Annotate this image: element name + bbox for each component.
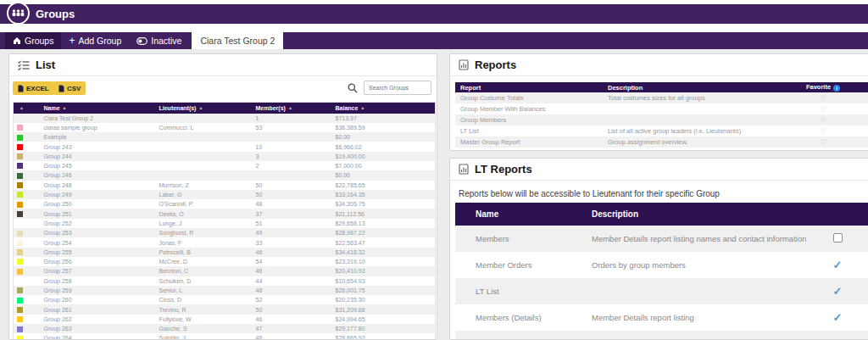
- group-name-cell: Group 253: [41, 228, 156, 237]
- favorite-heart-icon[interactable]: ♡: [820, 94, 826, 103]
- report-row[interactable]: Group Costume TotalsTotal costumes sizes…: [455, 92, 868, 103]
- column-header-balance[interactable]: Balance▲: [332, 103, 436, 114]
- group-row[interactable]: Group 257Bennion, C46$20,410.93: [14, 266, 436, 276]
- group-row[interactable]: Group 250O'Scannill, P48$34,305.75: [14, 199, 436, 209]
- group-name-cell: Group 250: [41, 199, 156, 209]
- group-row[interactable]: Group 262Fullylove, W46$24,994.65: [14, 315, 436, 324]
- group-name-cell: Group 261: [41, 304, 156, 314]
- group-row[interactable]: Group 252Lunge, J51$29,658.13: [14, 219, 436, 228]
- toolbar-inactive-toggle[interactable]: Inactive: [129, 32, 189, 49]
- group-color-cell: [14, 333, 41, 340]
- column-header-member-s[interactable]: Member(s)▲: [253, 103, 332, 114]
- report-description-cell: [603, 103, 798, 114]
- report-row[interactable]: Group Members♡: [455, 114, 868, 125]
- toggle-icon: [136, 37, 147, 45]
- group-members-cell: 54: [253, 257, 332, 266]
- report-description-cell: Group assignment overview.: [603, 137, 798, 148]
- column-header-name[interactable]: Name: [455, 203, 581, 226]
- lt-report-row[interactable]: Members (Details)Member Details report l…: [455, 304, 868, 331]
- group-lieutenant-cell: Bennion, C: [156, 266, 253, 276]
- group-members-cell: [253, 132, 332, 142]
- group-color-cell: [14, 315, 41, 324]
- toolbar-groups-label: Groups: [25, 36, 53, 46]
- lt-report-row[interactable]: LT List✓: [455, 278, 868, 304]
- report-row[interactable]: Master Group ReportGroup assignment over…: [455, 137, 868, 148]
- reports-panel: Reports ReportDescriptionFavoritei Group…: [449, 53, 868, 151]
- lt-reports-table-header-row: NameDescription: [455, 203, 868, 226]
- lt-report-row[interactable]: MembersMember Details report listing nam…: [455, 226, 868, 252]
- filler-cell: [849, 103, 868, 114]
- column-header-favorite[interactable]: Favoritei: [798, 82, 849, 92]
- group-balance-cell: $28,665.92: [332, 333, 436, 340]
- group-row[interactable]: Example$0.00: [14, 132, 436, 142]
- color-swatch-icon: [17, 163, 23, 169]
- group-row[interactable]: Group 258Schulken, D44$10,654.93: [14, 276, 436, 286]
- tab-ciara-test-group-2[interactable]: Ciara Test Group 2: [192, 32, 283, 49]
- toolbar-add-group-button[interactable]: + Add Group: [61, 32, 129, 49]
- group-row[interactable]: Group 253Songhurst, R49$28,987.22: [14, 228, 436, 237]
- group-row[interactable]: Group 256McCree, D54$23,319.10: [14, 257, 436, 266]
- color-swatch-icon: [17, 153, 23, 159]
- column-header-description[interactable]: Description: [581, 203, 806, 226]
- report-description-cell: [603, 114, 798, 125]
- group-row[interactable]: Ciara Test Group 21$713.97: [14, 114, 436, 123]
- favorite-heart-icon[interactable]: ♡: [820, 105, 826, 114]
- group-row[interactable]: Group 2452$7,000.00: [14, 161, 436, 170]
- info-icon[interactable]: i: [833, 85, 840, 92]
- column-header-label: Description: [592, 209, 638, 219]
- group-balance-cell: $22,785.65: [332, 181, 436, 190]
- column-header-color[interactable]: ▲: [14, 103, 41, 114]
- favorite-heart-icon[interactable]: ♡: [820, 127, 826, 136]
- column-header-name[interactable]: Name▲: [41, 103, 156, 114]
- group-row[interactable]: Group 24310$6,966.02: [14, 142, 436, 151]
- group-name-cell: Group 262: [41, 315, 156, 324]
- group-color-cell: [14, 286, 41, 295]
- group-name-cell: Group 243: [41, 142, 156, 151]
- color-swatch-icon: [17, 211, 23, 217]
- group-row[interactable]: Group 261Trevino, R50$31,209.88: [14, 304, 436, 314]
- lt-report-description-cell: [581, 278, 806, 304]
- search-icon[interactable]: [348, 83, 358, 93]
- favorite-heart-icon[interactable]: ♡: [820, 116, 826, 125]
- favorite-heart-icon[interactable]: ♡: [820, 138, 826, 147]
- group-lieutenant-cell: Sutphin, J: [156, 333, 253, 340]
- group-row[interactable]: Group 264Sutphin, J48$28,665.92: [14, 333, 436, 340]
- group-row[interactable]: Group 251Deeks, O37$21,112.56: [14, 209, 436, 218]
- csv-export-button[interactable]: CSV: [53, 81, 86, 95]
- group-color-cell: [14, 114, 41, 123]
- group-row[interactable]: Group 248Murrison, Z50$22,785.65: [14, 181, 436, 190]
- group-members-cell: 51: [253, 219, 332, 228]
- column-header-lieutenant-s[interactable]: Lieutenant(s)▲: [156, 103, 253, 114]
- group-row[interactable]: ciaras sample groupCommucci, L53$36,389.…: [14, 123, 436, 132]
- check-icon[interactable]: ✓: [833, 259, 843, 271]
- checkbox[interactable]: [833, 233, 843, 242]
- group-balance-cell: $29,177.80: [332, 324, 436, 333]
- group-members-cell: 2: [253, 161, 332, 170]
- check-icon[interactable]: ✓: [833, 311, 843, 324]
- toolbar-groups-button[interactable]: Groups: [5, 32, 61, 49]
- group-name-cell: Group 245: [41, 161, 156, 170]
- group-row[interactable]: Group 255Petrocelli, B46$34,418.32: [14, 248, 436, 257]
- group-row[interactable]: Group 263Gauche, S47$29,177.80: [14, 324, 436, 333]
- lt-reports-panel-header: LT Reports: [450, 159, 868, 181]
- report-favorite-cell: ♡: [798, 137, 849, 148]
- group-lieutenant-cell: Fullylove, W: [156, 315, 253, 324]
- lt-report-row[interactable]: Member OrdersOrders by group members✓: [455, 252, 868, 278]
- group-row[interactable]: Group 259Senior, L48$28,001.75: [14, 286, 436, 295]
- group-row[interactable]: Group 260Closs, D52$20,235.30: [14, 295, 436, 304]
- lt-report-name-cell: Member Orders: [455, 252, 581, 278]
- group-row[interactable]: Group 254Jonas, F33$22,563.47: [14, 237, 436, 247]
- group-row[interactable]: Group 2443$19,400.00: [14, 152, 436, 161]
- group-members-cell: 48: [253, 199, 332, 209]
- search-groups-input[interactable]: [364, 81, 431, 95]
- report-row[interactable]: Group Member With Balances♡: [455, 103, 868, 114]
- group-name-cell: Group 254: [41, 237, 156, 247]
- group-row[interactable]: Group 246$0.00: [14, 170, 436, 180]
- report-row[interactable]: LT ListList of all active group leaders …: [455, 125, 868, 137]
- color-swatch-icon: [17, 202, 23, 208]
- reports-panel-header: Reports: [450, 54, 868, 76]
- group-row[interactable]: Group 249Laber, G50$33,164.35: [14, 190, 436, 199]
- group-balance-cell: $19,400.00: [332, 152, 436, 161]
- check-icon[interactable]: ✓: [833, 285, 843, 298]
- excel-export-button[interactable]: EXCEL: [13, 81, 54, 95]
